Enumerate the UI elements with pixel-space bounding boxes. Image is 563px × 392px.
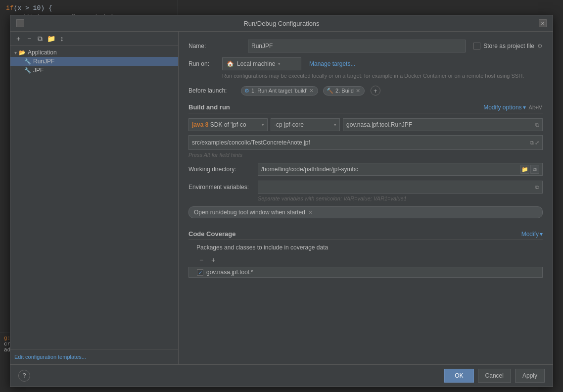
cp-dropdown[interactable]: -cp jpf-core ▾	[271, 118, 340, 131]
wd-expand-button[interactable]: ⧉	[530, 165, 539, 174]
build-run-section-header: Build and run Modify options ▾ Alt+M	[188, 103, 543, 113]
minimize-button[interactable]: —	[16, 19, 24, 27]
dialog-title: Run/Debug Configurations	[24, 20, 539, 27]
close-controls: ✕	[539, 19, 547, 27]
dialog-titlebar: — Run/Debug Configurations ✕	[10, 15, 553, 32]
tree-item-application[interactable]: ▾ 📂 Application	[10, 48, 178, 57]
wd-icons: 📁 ⧉	[520, 165, 539, 174]
main-class-expand[interactable]: ⧉	[535, 122, 539, 128]
cp-label: -cp jpf-core	[274, 121, 304, 128]
run-on-arrow: ▾	[278, 61, 281, 66]
cc-modify-label: Modify	[521, 231, 539, 238]
working-dir-label: Working directory:	[188, 166, 258, 173]
cc-remove-button[interactable]: −	[196, 255, 206, 265]
modify-options-button[interactable]: Modify options ▾	[483, 104, 525, 111]
sdk-dropdown[interactable]: java 8 SDK of 'jpf-co ▾	[188, 118, 268, 131]
add-config-button[interactable]: +	[13, 34, 23, 44]
build-tag-close[interactable]: ✕	[356, 88, 360, 94]
tree-label-runjpf: RunJPF	[33, 58, 54, 65]
env-hint: Separate variables with semicolon: VAR=v…	[258, 196, 543, 201]
java-version: java 8	[192, 121, 208, 128]
before-launch-tag-ant[interactable]: ⚙ 1. Run Ant target 'build' ✕	[241, 86, 318, 96]
name-label: Name:	[188, 43, 248, 49]
cc-add-button[interactable]: +	[208, 255, 218, 265]
edit-templates-link[interactable]: Edit configuration templates...	[14, 354, 86, 360]
ant-icon: ⚙	[244, 88, 249, 94]
env-label: Environment variables:	[188, 184, 258, 191]
main-content: Name: Store as project file ⚙ Run on: 🏠 …	[179, 32, 553, 364]
run-on-row: Run on: 🏠 Local machine ▾ Manage targets…	[188, 57, 543, 70]
modify-options-label: Modify options	[483, 104, 521, 111]
tree-item-runjpf[interactable]: 🔧 RunJPF	[10, 57, 178, 66]
cc-description: Packages and classes to include in cover…	[196, 244, 543, 251]
tree-label-jpf: JPF	[33, 67, 44, 74]
apply-button[interactable]: Apply	[515, 369, 545, 383]
cc-checkbox-gov[interactable]: ✓	[197, 269, 203, 276]
cc-modify-arrow: ▾	[540, 231, 543, 238]
remove-config-button[interactable]: −	[24, 34, 34, 44]
before-launch-label: Before launch:	[188, 87, 238, 94]
env-expand[interactable]: ⧉	[535, 184, 539, 191]
main-class-value: gov.nasa.jpf.tool.RunJPF	[346, 121, 412, 128]
run-on-value: Local machine	[237, 60, 275, 67]
dialog-body: + − ⧉ 📁 ↕ ▾ 📂 Application 🔧 RunJPF	[10, 32, 553, 364]
footer-buttons: OK Cancel Apply	[444, 369, 545, 383]
window-controls: —	[16, 19, 24, 27]
copy-config-button[interactable]: ⧉	[35, 34, 45, 44]
run-on-label: Run on:	[188, 60, 218, 67]
cc-toolbar: − +	[196, 255, 543, 265]
modify-options-arrow: ▾	[523, 104, 526, 111]
code-line-1: if(x > 10) {	[0, 4, 178, 12]
cc-list-item-gov[interactable]: ✓ gov.nasa.jpf.tool.*	[188, 267, 543, 278]
cc-title: Code Coverage	[188, 230, 235, 238]
name-row: Name: Store as project file ⚙	[188, 40, 543, 52]
manage-targets-link[interactable]: Manage targets...	[309, 60, 355, 67]
cancel-button[interactable]: Cancel	[478, 369, 511, 383]
sidebar-footer: Edit configuration templates...	[10, 349, 178, 364]
help-button[interactable]: ?	[18, 370, 30, 382]
sdk-row: java 8 SDK of 'jpf-co ▾ -cp jpf-core ▾ g…	[188, 118, 543, 131]
code-coverage-section: Code Coverage Modify ▾ Packages and clas…	[188, 230, 543, 278]
program-args-row: src/examples/concolic/TestConcreteAnote.…	[188, 135, 543, 150]
wd-browse-button[interactable]: 📁	[520, 165, 529, 174]
tree-arrow-application: ▾	[14, 50, 17, 55]
sidebar-toolbar: + − ⧉ 📁 ↕	[10, 32, 178, 46]
tree-label-application: Application	[28, 49, 57, 56]
build-tag-label: 2. Build	[335, 88, 354, 94]
main-class-field[interactable]: gov.nasa.jpf.tool.RunJPF ⧉	[343, 118, 543, 131]
open-tool-window-label: Open run/debug tool window when started	[194, 209, 305, 216]
open-tool-window-close[interactable]: ✕	[308, 209, 313, 216]
store-project-checkbox[interactable]	[473, 43, 480, 49]
before-launch-tag-build[interactable]: 🔨 2. Build ✕	[323, 86, 365, 96]
jpf-icon: 🔧	[24, 67, 31, 74]
runjpf-icon: 🔧	[24, 58, 31, 65]
program-args-resize[interactable]: ⤢	[535, 140, 539, 146]
close-button[interactable]: ✕	[539, 19, 547, 27]
sort-config-button[interactable]: ↕	[57, 34, 67, 44]
ant-tag-close[interactable]: ✕	[309, 88, 314, 94]
dialog-footer: ? OK Cancel Apply	[10, 364, 553, 387]
name-input[interactable]	[248, 40, 466, 52]
tree-item-jpf[interactable]: 🔧 JPF	[10, 66, 178, 75]
sidebar-tree: ▾ 📂 Application 🔧 RunJPF 🔧 JPF	[10, 46, 178, 349]
program-args-expand[interactable]: ⧉	[530, 140, 534, 146]
add-before-launch-button[interactable]: +	[371, 86, 380, 96]
working-dir-value: /home/ling/code/pathfinder/jpf-symbc	[261, 166, 358, 173]
open-tool-window-tag[interactable]: Open run/debug tool window when started …	[188, 206, 543, 218]
cp-arrow: ▾	[334, 122, 336, 127]
cc-modify-button[interactable]: Modify ▾	[521, 231, 543, 238]
folder-config-button[interactable]: 📁	[46, 34, 56, 44]
env-row: Environment variables: ⧉	[188, 181, 543, 194]
settings-icon[interactable]: ⚙	[537, 43, 543, 49]
store-project-label: Store as project file	[483, 43, 534, 49]
working-dir-input[interactable]: /home/ling/code/pathfinder/jpf-symbc 📁 ⧉	[258, 163, 543, 176]
sidebar: + − ⧉ 📁 ↕ ▾ 📂 Application 🔧 RunJPF	[10, 32, 179, 364]
run-on-description: Run configurations may be executed local…	[222, 72, 543, 80]
program-args-input[interactable]: src/examples/concolic/TestConcreteAnote.…	[188, 135, 543, 150]
modify-shortcut: Alt+M	[529, 104, 543, 110]
run-on-dropdown[interactable]: 🏠 Local machine ▾	[222, 57, 301, 70]
sdk-arrow: ▾	[262, 122, 264, 127]
ok-button[interactable]: OK	[444, 369, 473, 383]
env-input[interactable]: ⧉	[258, 181, 543, 194]
run-debug-dialog: — Run/Debug Configurations ✕ + − ⧉ 📁 ↕ ▾…	[10, 15, 553, 387]
